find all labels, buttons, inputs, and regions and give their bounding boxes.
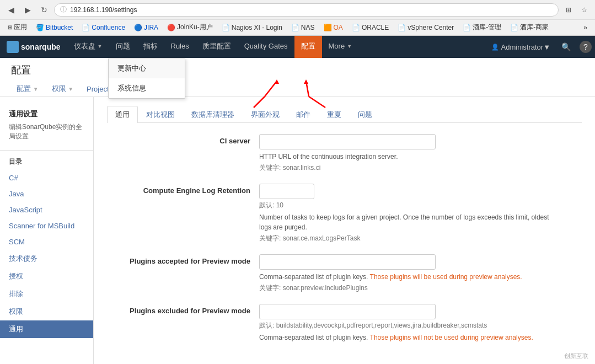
main-content: 通用 对比视图 数据库清理器 界面外观 邮件 重夏 问题 CI server [94, 97, 595, 364]
bookmark-nas[interactable]: 📄 NAS [288, 23, 318, 33]
tab-ui-appearance[interactable]: 界面外观 [243, 106, 288, 123]
plugins-accepted-keyword: 关键字: sonar.preview.includePlugins [259, 283, 582, 293]
bookmark-vsphere[interactable]: 📄 vSphere Center [394, 23, 457, 33]
nav-rules[interactable]: Rules [164, 36, 196, 58]
plugins-excluded-desc: Comma-separated list of plugin keys. Tho… [259, 333, 562, 342]
bookmark-button[interactable]: ☆ [577, 3, 591, 17]
nav-dashboard[interactable]: 仪表盘 ▼ [67, 36, 109, 58]
setting-ci-server: CI server HTTP URL of the continuous int… [107, 134, 582, 173]
chevron-icon: ▼ [68, 86, 73, 92]
ci-server-keyword: 关键字: sonar.links.ci [259, 163, 582, 173]
tab-reindex[interactable]: 重夏 [319, 106, 350, 123]
inner-tab-bar: 通用 对比视图 数据库清理器 界面外观 邮件 重夏 问题 [107, 106, 582, 123]
url-text: 192.168.1.190/settings [70, 6, 137, 14]
tab-general[interactable]: 通用 [107, 106, 138, 123]
setting-log-retention: Compute Engine Log Retention 默认: 10 Numb… [107, 184, 582, 243]
nav-metrics[interactable]: 指标 [137, 36, 164, 58]
plugins-excluded-label: Plugins excluded for Preview mode [130, 307, 250, 315]
sonarqube-logo: sonarqube [0, 36, 67, 58]
log-retention-label: Compute Engine Log Retention [143, 186, 250, 195]
admin-chevron-icon: ▼ [543, 43, 550, 51]
chevron-down-icon-more: ▼ [347, 44, 352, 49]
nav-configuration[interactable]: 配置 [294, 36, 322, 58]
system-dropdown-menu: 更新中心 系统信息 [108, 58, 185, 99]
chevron-down-icon: ▼ [98, 44, 103, 49]
bookmark-confluence[interactable]: 📄 Confluence [78, 23, 128, 33]
bookmark-bitbucket[interactable]: 🪣 Bitbucket [33, 23, 76, 33]
sidebar-item-javascript[interactable]: JavaScript [0, 202, 93, 218]
sidebar-item-csharp[interactable]: C# [0, 170, 93, 186]
sidebar: 通用设置 编辑SonarQube实例的全局设置 目录 C# Java JavaS… [0, 97, 94, 364]
setting-plugins-excluded: Plugins excluded for Preview mode 默认: bu… [107, 304, 582, 342]
forward-button[interactable]: ▶ [21, 3, 34, 17]
help-button[interactable]: ? [580, 41, 592, 53]
bookmark-jiuku-shop[interactable]: 📄 酒库-商家 [507, 22, 552, 33]
sidebar-item-tech-debt[interactable]: 技术债务 [0, 250, 93, 267]
bookmark-more[interactable]: » [580, 23, 591, 33]
sidebar-item-scm[interactable]: SCM [0, 234, 93, 250]
log-retention-default: 默认: 10 [259, 201, 582, 210]
sidebar-item-permissions[interactable]: 权限 [0, 303, 93, 320]
system-menu-update-center[interactable]: 更新中心 [109, 58, 185, 78]
sidebar-item-exclusions[interactable]: 排除 [0, 285, 93, 303]
extension-button[interactable]: ⊞ [562, 3, 575, 17]
bookmark-oa[interactable]: 🟧 OA [320, 23, 346, 33]
admin-user-menu[interactable]: 👤 Administrator ▼ [486, 36, 556, 58]
plugins-excluded-default: 默认: buildstability,devcockpit,pdfreport,… [259, 321, 582, 330]
sidebar-section-desc: 编辑SonarQube实例的全局设置 [0, 122, 93, 147]
subnav-config[interactable]: 配置 ▼ [11, 81, 44, 97]
watermark: 创新互联 [564, 352, 588, 360]
tab-diff-view[interactable]: 对比视图 [138, 106, 183, 123]
bookmark-nagios[interactable]: 📄 Nagios XI - Login [218, 23, 286, 33]
nav-quality-profiles[interactable]: 质里配置 [196, 36, 238, 58]
bookmark-jira[interactable]: 🔵 JIRA [131, 23, 162, 33]
sidebar-section-title: 通用设置 [0, 104, 93, 122]
tab-db-cleaner[interactable]: 数据库清理器 [183, 106, 243, 123]
nav-issues[interactable]: 问题 [109, 36, 137, 58]
chevron-icon: ▼ [33, 86, 39, 92]
sidebar-item-general[interactable]: 通用 [0, 320, 93, 338]
log-retention-input[interactable] [259, 184, 314, 199]
log-retention-desc: Number of tasks to keep logs for a given… [259, 212, 562, 232]
system-menu-system-info[interactable]: 系统信息 [109, 78, 185, 98]
subnav-permissions[interactable]: 权限 ▼ [46, 81, 79, 97]
address-bar[interactable]: ⓘ 192.168.1.190/settings [54, 3, 559, 17]
sidebar-item-scanner[interactable]: Scanner for MSBuild [0, 218, 93, 234]
back-button[interactable]: ◀ [4, 3, 18, 17]
bookmark-joinku[interactable]: 🔴 JoinKu-用户 [164, 22, 216, 33]
plugins-accepted-label: Plugins accepted for Preview mode [130, 257, 250, 265]
plugins-accepted-input[interactable] [259, 254, 436, 270]
refresh-button[interactable]: ↻ [37, 3, 51, 17]
sidebar-item-java[interactable]: Java [0, 186, 93, 202]
bookmarks-bar: ⊞ 应用 🪣 Bitbucket 📄 Confluence 🔵 JIRA 🔴 J… [0, 20, 595, 35]
top-navigation: sonarqube 仪表盘 ▼ 问题 指标 Rules 质里配置 [0, 36, 595, 58]
sidebar-toc-title: 目录 [0, 154, 93, 170]
nav-quality-gates[interactable]: Quality Gates [238, 36, 294, 58]
nav-more[interactable]: More ▼ [322, 36, 359, 58]
bookmark-jiuku-admin[interactable]: 📄 酒库-管理 [459, 22, 505, 33]
log-retention-keyword: 关键字: sonar.ce.maxLogsPerTask [259, 234, 582, 243]
tab-email[interactable]: 邮件 [288, 106, 319, 123]
tab-issues[interactable]: 问题 [350, 106, 380, 123]
ci-server-label: CI server [219, 137, 250, 145]
search-button[interactable]: 🔍 [556, 36, 576, 58]
bookmark-apps[interactable]: ⊞ 应用 [4, 22, 30, 33]
ci-server-input[interactable] [259, 134, 436, 149]
plugins-excluded-input[interactable] [259, 304, 436, 319]
sidebar-item-auth[interactable]: 授权 [0, 267, 93, 285]
bookmark-oracle[interactable]: 📄 ORACLE [349, 23, 392, 33]
plugins-accepted-desc: Comma-separated list of plugin keys. Tho… [259, 272, 562, 282]
setting-plugins-accepted: Plugins accepted for Preview mode Comma-… [107, 254, 582, 293]
page-title: 配置 [11, 63, 584, 77]
ci-server-desc: HTTP URL of the continuous integration s… [259, 152, 582, 162]
